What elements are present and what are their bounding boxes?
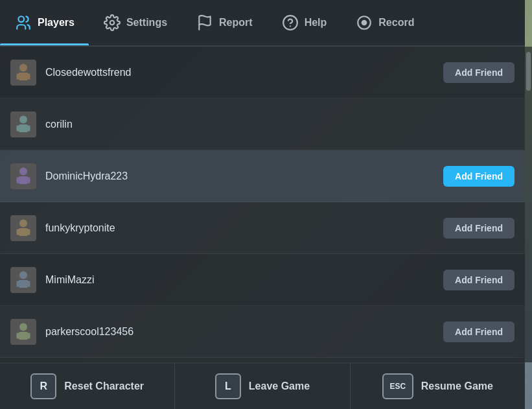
svg-rect-22 [27, 229, 30, 235]
player-name: DominicHydra223 [45, 170, 443, 182]
help-icon [281, 14, 299, 32]
add-friend-button[interactable]: Add Friend [443, 270, 515, 290]
record-icon [355, 14, 373, 32]
player-avatar [10, 111, 36, 137]
nav-label-help: Help [305, 17, 327, 29]
bottom-btn-label: Resume Game [421, 380, 493, 392]
svg-point-27 [19, 323, 27, 331]
bottom-btn-resume-game[interactable]: ESCResume Game [351, 364, 525, 409]
svg-point-7 [19, 64, 27, 71]
player-name: corilin [45, 119, 515, 130]
player-avatar [10, 267, 36, 293]
nav-label-settings: Settings [126, 17, 167, 29]
svg-rect-21 [17, 229, 21, 235]
svg-point-0 [18, 16, 24, 22]
add-friend-button[interactable]: Add Friend [443, 218, 515, 239]
nav-item-settings[interactable]: Settings [89, 0, 181, 45]
add-friend-button[interactable]: Add Friend [443, 62, 515, 83]
key-badge: R [30, 373, 56, 399]
key-badge: ESC [382, 373, 413, 399]
key-badge: L [215, 373, 241, 399]
add-friend-button[interactable]: Add Friend [443, 321, 515, 342]
svg-rect-30 [27, 333, 30, 338]
bottom-btn-label: Leave Game [249, 380, 310, 392]
settings-icon [103, 14, 121, 32]
player-row[interactable]: MimiMazziAdd Friend [0, 254, 525, 306]
svg-point-6 [362, 21, 367, 25]
svg-rect-13 [17, 125, 21, 131]
svg-rect-17 [17, 177, 21, 183]
player-avatar [10, 60, 36, 86]
nav-item-help[interactable]: Help [267, 0, 341, 45]
svg-rect-14 [27, 125, 30, 131]
nav-label-players: Players [38, 17, 75, 29]
player-list: ClosedewottsfrendAdd Friend corilin Domi… [0, 47, 525, 362]
player-avatar [10, 215, 36, 241]
bottom-btn-label: Reset Character [64, 380, 144, 392]
bottom-btn-reset-character[interactable]: RReset Character [0, 364, 175, 409]
player-name: parkerscool123456 [45, 326, 443, 338]
nav-label-report: Report [219, 17, 253, 29]
bottom-btn-leave-game[interactable]: LLeave Game [175, 364, 350, 409]
player-row[interactable]: parkerscool123456Add Friend [0, 306, 525, 358]
nav-bar: Players Settings Report [0, 0, 525, 47]
player-avatar [10, 319, 36, 345]
player-avatar [10, 163, 36, 189]
svg-rect-9 [17, 73, 21, 79]
player-name: funkykryptonite [45, 222, 443, 234]
svg-rect-29 [17, 333, 21, 338]
svg-point-1 [110, 21, 115, 25]
scrollbar-thumb[interactable] [526, 52, 531, 91]
svg-point-15 [19, 167, 27, 175]
add-friend-button[interactable]: Add Friend [443, 166, 515, 187]
nav-label-record: Record [378, 17, 414, 29]
player-name: Closedewottsfrend [45, 67, 443, 78]
nav-item-report[interactable]: Report [181, 0, 267, 45]
player-name: MimiMazzi [45, 274, 443, 286]
player-row[interactable]: funkykryptoniteAdd Friend [0, 202, 525, 254]
svg-rect-18 [27, 177, 30, 183]
player-row[interactable]: DominicHydra223Add Friend [0, 150, 525, 202]
report-icon [196, 14, 214, 32]
bottom-bar: RReset CharacterLLeave GameESCResume Gam… [0, 362, 525, 409]
player-row[interactable]: corilin [0, 99, 525, 150]
svg-point-23 [19, 271, 27, 279]
players-icon [14, 14, 32, 32]
player-row[interactable]: ClosedewottsfrendAdd Friend [0, 47, 525, 99]
scrollbar-track[interactable] [525, 47, 532, 362]
nav-item-record[interactable]: Record [341, 0, 428, 45]
svg-rect-25 [17, 281, 21, 286]
svg-rect-10 [27, 73, 30, 79]
svg-point-19 [19, 219, 27, 227]
main-panel: Players Settings Report [0, 0, 525, 409]
nav-item-players[interactable]: Players [0, 0, 89, 45]
svg-point-11 [19, 115, 27, 123]
svg-rect-26 [27, 281, 30, 286]
